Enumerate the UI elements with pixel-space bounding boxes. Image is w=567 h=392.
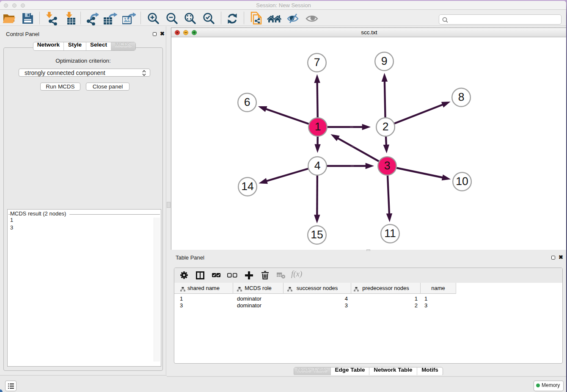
svg-text:2: 2 [383, 120, 389, 133]
svg-text:10: 10 [456, 175, 468, 188]
svg-text:8: 8 [458, 91, 465, 103]
svg-text:1: 1 [315, 120, 321, 133]
svg-text:15: 15 [311, 228, 323, 241]
svg-text:4: 4 [314, 159, 321, 172]
svg-text:9: 9 [381, 55, 388, 67]
svg-text:7: 7 [314, 56, 320, 69]
svg-text:6: 6 [244, 96, 250, 108]
svg-text:11: 11 [384, 227, 396, 240]
svg-text:3: 3 [384, 159, 391, 172]
svg-text:14: 14 [241, 180, 253, 193]
